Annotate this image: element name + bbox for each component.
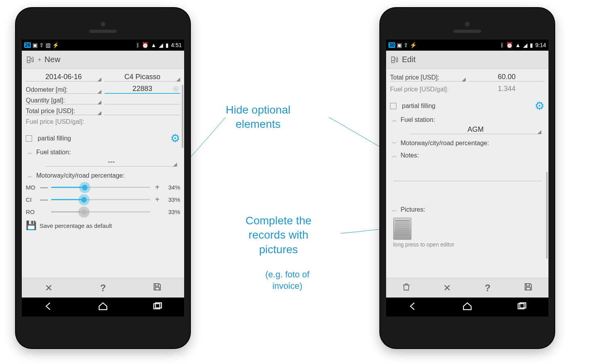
save-percentage-label: Save percentage as default	[40, 222, 112, 229]
scrollbar[interactable]	[546, 172, 548, 259]
percentage-section[interactable]: ﹀ Motorway/city/road percentage:	[390, 136, 544, 149]
cancel-button[interactable]: ✕	[427, 282, 468, 294]
home-button[interactable]	[98, 301, 108, 313]
fuelpump-icon	[26, 55, 34, 64]
vehicle-field[interactable]: C4 Picasso	[105, 73, 180, 82]
status-bar: 26 ▣ ⇪ ▥ ⚡ ᛒ ⏰ ▲ ◢ ▮ 4:51	[22, 40, 184, 51]
nav-bar	[22, 298, 184, 317]
app-titlebar: + New	[22, 51, 184, 69]
fuelprice-value: 1.344	[469, 85, 544, 93]
action-bar: ✕ ?	[386, 278, 548, 298]
signal-icon: ◢	[523, 42, 527, 48]
odometer-label: Odometer [mi]:	[26, 86, 68, 93]
fuel-station-select[interactable]: ---	[46, 158, 177, 167]
slider-row-ci: CI — + 33%	[26, 193, 180, 206]
odometer-input[interactable]: 22883 ⓧ	[105, 85, 180, 94]
alarm-icon: ⏰	[506, 42, 513, 48]
save-button[interactable]	[508, 282, 549, 294]
home-button[interactable]	[462, 301, 472, 313]
slider-ci[interactable]	[51, 199, 150, 200]
back-button[interactable]	[44, 301, 54, 313]
battery-icon: ▮	[530, 42, 533, 48]
minus-button[interactable]: —	[40, 195, 48, 204]
bluetooth-icon: ᛒ	[501, 42, 504, 48]
fuel-station-section[interactable]: ︿ Fuel station:	[390, 113, 544, 125]
date-field[interactable]: 2014-06-16	[26, 73, 101, 82]
percentage-section[interactable]: ︿ Motorway/city/road percentage:	[26, 169, 180, 181]
flash-icon: ⚡	[410, 42, 417, 48]
help-button[interactable]: ?	[467, 282, 508, 294]
gear-icon[interactable]: ⚙	[170, 132, 180, 145]
phone-mockup-right: 30 ▣ ⇪ ⚡ ᛒ ⏰ ▲ ◢ ▮ 9:14 Edit Total price…	[380, 8, 554, 348]
total-value: 60.00	[469, 73, 544, 81]
slider-mo[interactable]	[51, 187, 150, 188]
plus-button[interactable]: +	[153, 183, 161, 192]
quantity-label-cell[interactable]: Quantity [gal]:	[26, 97, 101, 104]
battery-icon: ▮	[166, 42, 169, 48]
save-icon	[524, 282, 533, 292]
nav-bar	[386, 298, 548, 317]
recent-button[interactable]	[516, 301, 527, 313]
picture-thumbnail[interactable]	[393, 218, 411, 240]
total-label-cell[interactable]: Total price [USD]:	[390, 74, 466, 82]
cancel-button[interactable]: ✕	[22, 282, 76, 294]
clear-icon[interactable]: ⓧ	[173, 85, 179, 93]
delete-button[interactable]	[386, 282, 427, 294]
slider-mo-value: 34%	[164, 184, 180, 191]
pictures-section[interactable]: ︿ Pictures:	[390, 203, 544, 215]
wifi-icon: ▲	[151, 42, 156, 48]
image-icon: ▣	[32, 42, 38, 48]
gear-icon[interactable]: ⚙	[535, 99, 544, 112]
save-icon: 💾	[26, 220, 36, 231]
odometer-label-cell[interactable]: Odometer [mi]:	[26, 86, 101, 94]
pictures-sub-annotation: (e.g. foto of invoice)	[265, 269, 309, 292]
notes-input[interactable]	[393, 181, 541, 201]
quantity-label: Quantity [gal]:	[26, 97, 65, 104]
status-badge: 30	[388, 42, 395, 48]
chevron-up-icon: ︿	[392, 152, 397, 159]
fuel-station-label: Fuel station:	[400, 116, 435, 123]
slider-ci-label: CI	[26, 196, 37, 203]
status-badge: 26	[24, 42, 31, 48]
total-input[interactable]: 60.00	[469, 73, 544, 82]
app-titlebar: Edit	[386, 51, 548, 69]
quantity-input[interactable]	[105, 97, 180, 104]
plus-button[interactable]: +	[153, 195, 161, 204]
slider-ci-value: 33%	[164, 196, 180, 203]
action-bar: ✕ ?	[22, 278, 184, 298]
status-time: 9:14	[535, 42, 546, 48]
svg-line-2	[341, 229, 386, 233]
form-content: Total price [USD]: 60.00 Fuel price [USD…	[386, 69, 548, 278]
scrollbar[interactable]	[182, 85, 183, 148]
fuel-station-section[interactable]: ︿ Fuel station:	[26, 146, 180, 158]
share-icon: ⇪	[39, 42, 44, 48]
total-input[interactable]	[105, 108, 180, 115]
slider-mo-label: MO	[26, 184, 37, 191]
svg-line-1	[329, 117, 386, 150]
partial-filling-checkbox[interactable]	[26, 135, 32, 142]
slider-row-ro: RO — + 33%	[26, 206, 180, 218]
total-label-cell[interactable]: Total price [USD]:	[26, 108, 101, 115]
notes-section[interactable]: ︿ Notes:	[390, 149, 544, 161]
share-icon: ⇪	[404, 42, 408, 48]
pictures-annotation: Complete the records with pictures	[246, 214, 312, 257]
minus-button[interactable]: —	[40, 183, 48, 192]
slider-ro[interactable]	[51, 211, 150, 212]
help-button[interactable]: ?	[76, 282, 130, 294]
save-button[interactable]	[130, 282, 184, 294]
screen-right: 30 ▣ ⇪ ⚡ ᛒ ⏰ ▲ ◢ ▮ 9:14 Edit Total price…	[386, 40, 548, 317]
pictures-caption: long press to open editor	[393, 240, 544, 248]
status-time: 4:51	[171, 42, 182, 48]
save-percentage-row[interactable]: 💾 Save percentage as default	[26, 218, 180, 233]
fuel-station-select[interactable]: AGM	[410, 125, 541, 134]
fuel-station-value: AGM	[410, 125, 541, 134]
partial-filling-checkbox[interactable]	[390, 103, 396, 109]
partial-filling-label: partial filling	[38, 135, 167, 142]
chevron-up-icon: ︿	[392, 117, 397, 123]
trash-icon	[402, 282, 411, 291]
total-label: Total price [USD]:	[26, 108, 75, 114]
screen-left: 26 ▣ ⇪ ▥ ⚡ ᛒ ⏰ ▲ ◢ ▮ 4:51 + New 2014-06-…	[22, 40, 184, 317]
recent-button[interactable]	[152, 301, 162, 313]
back-button[interactable]	[408, 301, 418, 313]
chevron-down-icon: ﹀	[392, 140, 397, 146]
